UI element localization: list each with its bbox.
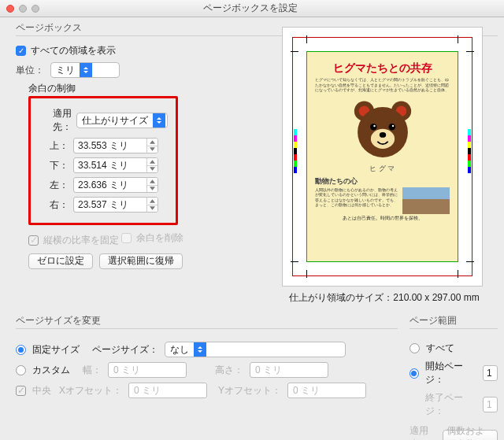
revert-selection-button[interactable]: 選択範囲に復帰 [99,253,183,269]
top-margin-field[interactable]: 33.553 ミリ [73,138,158,153]
left-margin-stepper[interactable] [146,178,158,192]
titlebar: ページボックスを設定 [0,0,504,17]
height-field[interactable]: 0 ミリ [250,362,328,378]
apply-to-label: 適用先： [37,107,72,134]
color-bars-left [294,129,297,173]
unit-select[interactable]: ミリ [50,62,120,78]
stepper-up-icon[interactable] [147,139,158,146]
margins-highlight-group: 適用先： 仕上がりサイズ 上： 33.553 ミリ [28,96,178,225]
stepper-up-icon[interactable] [147,198,158,205]
chevron-updown-icon [153,113,165,128]
show-all-regions-checkbox[interactable]: ✓ すべての領域を表示 [16,44,116,57]
apply-to-value: 仕上がりサイズ [77,114,153,128]
custom-size-radio[interactable] [16,365,26,375]
pagesize-value: なし [165,343,194,357]
page-range-section-label: ページ範囲 [410,315,498,327]
unit-value: ミリ [51,64,80,77]
show-all-regions-label: すべての領域を表示 [31,44,116,57]
fixed-size-label: 固定サイズ [32,343,80,357]
doc-heading2: 動物たちの心 [315,176,450,187]
right-margin-label: 右： [37,198,69,212]
lock-aspect-checkbox: ✓ 縦横の比率を固定 [28,234,119,247]
pagesize-select[interactable]: なし [165,342,346,357]
doc-paragraph2: 人間以外の動物にも心があるのか、動物の考えが変化しているのかという問いには、科学… [315,187,399,214]
left-margin-field[interactable]: 23.636 ミリ [73,177,158,193]
set-zero-button[interactable]: ゼロに設定 [28,253,93,269]
center-label: 中央 [32,384,51,397]
bear-illustration [350,98,416,159]
chevron-updown-icon [80,63,92,77]
unit-label: 単位： [16,64,44,77]
left-margin-value: 23.636 ミリ [74,179,146,192]
start-page-field[interactable]: 1 [483,365,498,381]
right-margin-field[interactable]: 23.537 ミリ [73,197,158,213]
svg-point-6 [370,124,376,130]
custom-label: カスタム [32,364,70,377]
svg-point-9 [391,124,394,127]
window-title: ページボックスを設定 [0,2,504,15]
checkbox-icon [121,233,132,243]
yoffset-label: Yオフセット： [218,384,281,397]
stepper-down-icon[interactable] [147,146,158,153]
doc-footer: あとは自己責任。時間の世界を探検、 [307,216,458,221]
check-icon: ✓ [28,235,39,246]
fixed-size-radio[interactable] [16,345,26,355]
yoffset-field[interactable]: 0 ミリ [287,383,366,398]
stepper-down-icon[interactable] [147,186,158,193]
doc-paragraph: ヒグマについて知らなくては、人とヒグマの間のトラブルを防ぐことも、ゆたかなかない… [307,76,458,96]
color-bars-right [468,129,471,173]
stepper-down-icon[interactable] [147,205,158,213]
remove-white-label: 余白を削除 [136,231,183,245]
stepper-up-icon[interactable] [147,178,158,186]
start-page-label: 開始ページ： [425,360,476,386]
range-apply-label: 適用先： [410,424,436,440]
xoffset-label: Xオフセット： [59,384,122,397]
right-margin-value: 23.537 ミリ [74,198,146,212]
end-page-field[interactable]: 1 [483,397,498,412]
preview-caption: 仕上がり領域のサイズ：210.00 x 297.00 mm [282,291,487,305]
svg-point-8 [373,124,376,127]
remove-white-checkbox: 余白を削除 [121,231,183,245]
top-margin-label: 上： [37,139,69,153]
bottom-margin-field[interactable]: 33.514 ミリ [73,157,158,173]
check-icon: ✓ [16,46,26,56]
top-margin-stepper[interactable] [146,139,158,153]
svg-point-7 [388,124,395,130]
doc-photo [402,187,450,214]
apply-to-select[interactable]: 仕上がりサイズ [76,113,168,128]
right-margin-stepper[interactable] [146,198,158,212]
range-apply-select: 偶数および奇数 [443,430,498,440]
lock-aspect-label: 縦横の比率を固定 [43,234,119,247]
top-margin-value: 33.553 ミリ [74,139,146,153]
height-label: 高さ： [215,364,243,377]
bear-caption: ヒ グ マ [369,164,395,174]
bottom-margin-stepper[interactable] [146,158,158,172]
page-preview: ヒグマたちとの共存 ヒグマについて知らなくては、人とヒグマの間のトラブルを防ぐこ… [282,27,483,287]
left-margin-label: 左： [37,179,69,192]
doc-title: ヒグマたちとの共存 [307,61,458,76]
document-page: ヒグマたちとの共存 ヒグマについて知らなくては、人とヒグマの間のトラブルを防ぐこ… [306,51,458,262]
start-page-radio[interactable] [410,368,419,379]
chevron-updown-icon [194,342,206,357]
all-pages-label: すべて [426,342,454,355]
bottom-margin-value: 33.514 ミリ [74,159,146,172]
stepper-up-icon[interactable] [147,158,158,166]
bottom-margin-label: 下： [37,159,69,172]
all-pages-radio[interactable] [410,343,420,353]
width-label: 幅： [83,364,102,377]
end-page-label: 終了ページ： [425,391,476,418]
stepper-down-icon[interactable] [147,166,158,173]
center-checkbox: ✓ [16,386,26,396]
width-field[interactable]: 0 ミリ [108,362,187,378]
pagesize-label: ページサイズ： [92,343,158,357]
svg-point-5 [370,128,394,148]
xoffset-field[interactable]: 0 ミリ [128,383,207,398]
svg-point-10 [379,132,385,138]
